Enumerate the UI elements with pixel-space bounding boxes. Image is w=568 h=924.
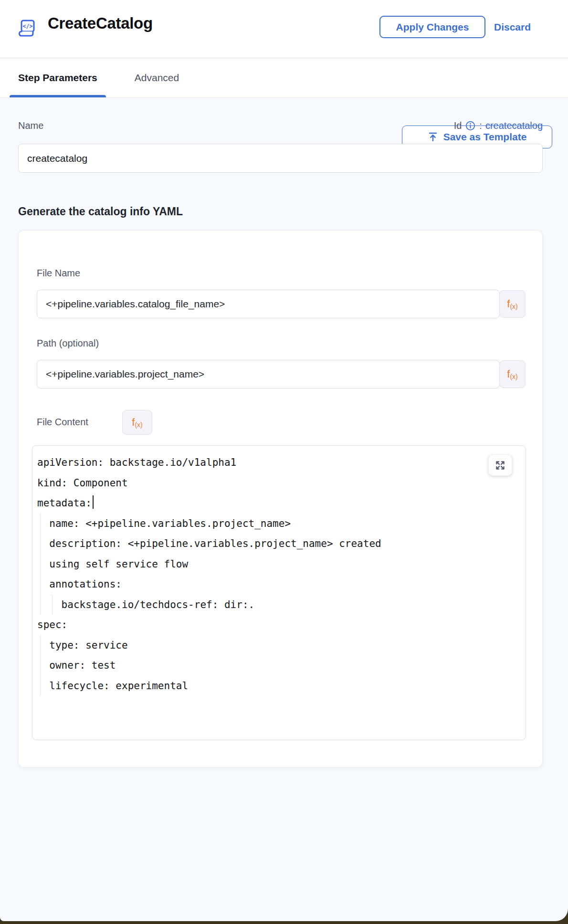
code-text: using self service flow [32,554,188,575]
code-text: description: <+pipeline.variables.projec… [32,534,381,554]
code-text: lifecycle: experimental [32,676,188,696]
indent-guide [40,635,41,656]
step-fields-card: File Name f(x) Path (optional) f(x) File… [18,230,543,767]
expand-editor-button[interactable] [488,454,512,476]
apply-changes-button[interactable]: Apply Changes [379,16,485,38]
indent-guide [40,574,41,595]
code-line: description: <+pipeline.variables.projec… [32,534,526,554]
path-label: Path (optional) [37,338,99,349]
code-line: annotations: [32,574,526,595]
code-text: type: service [32,635,128,656]
code-line: apiVersion: backstage.io/v1alpha1 [32,452,526,473]
tab-list: Step ParametersAdvanced [18,58,179,97]
info-icon[interactable] [465,120,476,131]
fullscreen-expand-icon [495,460,505,471]
tab-advanced[interactable]: Advanced [135,58,179,97]
indent-guide [40,514,41,534]
discard-button[interactable]: Discard [494,21,531,33]
indent-guide [40,595,41,615]
code-line: using self service flow [32,554,526,575]
step-config-panel: </> CreateCatalog Apply Changes Discard … [0,0,568,921]
name-label: Name [18,120,43,131]
path-input[interactable] [37,360,500,388]
tab-step-parameters[interactable]: Step Parameters [18,58,97,97]
code-text: kind: Component [32,473,128,494]
indent-guide [40,534,41,554]
code-text: metadata: [32,493,92,514]
id-separator: : [479,120,482,131]
tab-label: Step Parameters [18,72,97,84]
code-editor-lines: apiVersion: backstage.io/v1alpha1kind: C… [32,452,526,696]
path-fx-button[interactable]: f(x) [499,360,526,388]
code-line: type: service [32,635,526,656]
file-name-input[interactable] [37,290,500,318]
id-label: Id [454,120,462,131]
code-line: spec: [32,615,526,635]
panel-header: </> CreateCatalog Apply Changes Discard [0,0,568,58]
fx-sub-label: (x) [135,421,142,428]
fx-sub-label: (x) [510,303,517,310]
section-heading: Generate the catalog info YAML [18,205,183,218]
code-text: backstage.io/techdocs-ref: dir:. [32,595,254,615]
code-line: lifecycle: experimental [32,676,526,696]
file-content-label: File Content [37,417,88,428]
svg-text:</>: </> [23,23,33,30]
upload-icon [428,132,438,142]
indent-guide [40,676,41,696]
indent-guide [52,595,53,615]
text-caret [93,495,94,509]
code-line: owner: test [32,655,526,676]
page-title: CreateCatalog [48,14,153,32]
save-as-template-label: Save as Template [443,131,527,143]
fx-sub-label: (x) [510,373,517,380]
code-text: owner: test [32,655,116,676]
code-line: name: <+pipeline.variables.project_name> [32,514,526,534]
id-row: Id : createcatalog [454,120,543,131]
indent-guide [40,554,41,575]
code-line: backstage.io/techdocs-ref: dir:. [32,595,526,615]
name-input[interactable] [18,144,543,173]
code-line: metadata: [32,493,526,514]
code-line: kind: Component [32,473,526,494]
code-text: annotations: [32,574,122,595]
code-text: apiVersion: backstage.io/v1alpha1 [32,452,236,473]
indent-guide [40,655,41,676]
file-name-fx-button[interactable]: f(x) [499,290,526,318]
code-text: spec: [32,615,67,635]
script-step-icon: </> [18,19,37,38]
file-content-fx-button[interactable]: f(x) [122,410,152,435]
code-text: name: <+pipeline.variables.project_name> [32,514,291,534]
tab-label: Advanced [135,72,179,84]
id-value: createcatalog [485,120,543,131]
file-content-code-editor[interactable]: apiVersion: backstage.io/v1alpha1kind: C… [32,445,526,740]
file-name-label: File Name [37,268,80,279]
tab-bar: Step ParametersAdvanced Save as Template [0,58,568,98]
